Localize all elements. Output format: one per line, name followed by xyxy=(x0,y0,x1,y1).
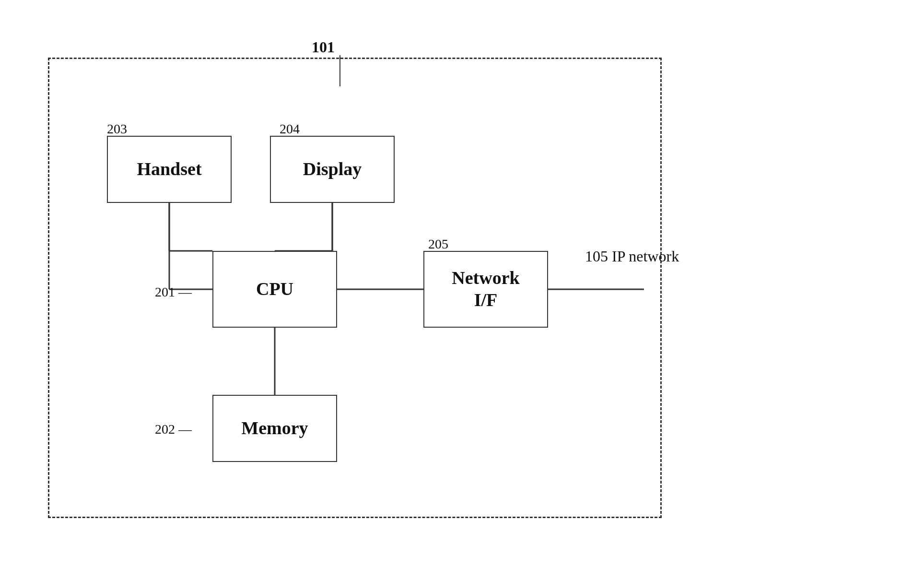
diagram-container: 101 xyxy=(29,29,892,537)
memory-label: Memory xyxy=(241,417,308,439)
label-202: 202 — xyxy=(155,422,192,437)
connections-svg xyxy=(49,59,660,517)
label-101: 101 xyxy=(312,38,335,56)
box-display: Display xyxy=(270,136,395,203)
box-network-if: NetworkI/F xyxy=(423,251,548,328)
label-203: 203 xyxy=(107,121,127,137)
box-memory: Memory xyxy=(212,395,337,462)
box-handset: Handset xyxy=(107,136,232,203)
network-if-label: NetworkI/F xyxy=(452,267,519,311)
outer-box: 203 Handset 204 Display 201 — CPU 205 Ne… xyxy=(48,58,662,518)
ip-network-label: 105 IP network xyxy=(585,248,679,265)
handset-label: Handset xyxy=(137,158,201,180)
box-cpu: CPU xyxy=(212,251,337,328)
label-204: 204 xyxy=(280,121,300,137)
cpu-label: CPU xyxy=(256,278,293,300)
label-201: 201 — xyxy=(155,284,192,300)
display-label: Display xyxy=(303,158,362,180)
label-205: 205 xyxy=(428,237,448,252)
